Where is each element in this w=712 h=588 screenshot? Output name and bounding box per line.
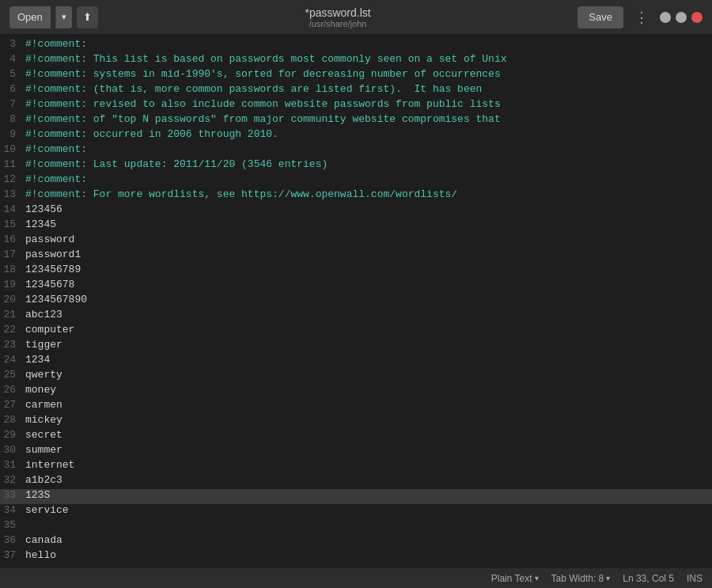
table-row: 14123456 [0, 203, 712, 218]
line-content: carmen [25, 399, 706, 414]
table-row: 27carmen [0, 399, 712, 414]
window-controls [660, 12, 703, 23]
line-number: 13 [0, 188, 25, 203]
line-number: 36 [0, 534, 25, 549]
table-row: 35 [0, 519, 712, 534]
line-content: internet [25, 459, 706, 474]
line-content [25, 519, 706, 534]
line-number: 8 [0, 113, 25, 128]
line-content: #!comment: occurred in 2006 through 2010… [25, 128, 706, 143]
line-number: 20 [0, 294, 25, 309]
table-row: 29secret [0, 429, 712, 444]
table-row: 1512345 [0, 218, 712, 233]
line-content: a1b2c3 [25, 474, 706, 489]
line-number: 6 [0, 83, 25, 98]
editor-content[interactable]: 1#!comment: This list has been compiled … [0, 35, 712, 567]
line-number: 10 [0, 143, 25, 158]
line-number: 19 [0, 279, 25, 294]
line-content: service [25, 504, 706, 519]
line-content: 1234 [25, 354, 706, 369]
table-row: 201234567890 [0, 294, 712, 309]
file-path: /usr/share/john [98, 19, 578, 28]
line-number: 23 [0, 339, 25, 354]
maximize-button[interactable] [676, 12, 687, 23]
table-row: 21abc123 [0, 309, 712, 324]
table-row: 8#!comment: of "top N passwords" from ma… [0, 113, 712, 128]
line-number: 34 [0, 504, 25, 519]
line-number: 3 [0, 38, 25, 53]
line-number: 22 [0, 324, 25, 339]
table-row: 31internet [0, 459, 712, 474]
line-number: 33 [0, 489, 25, 504]
line-number: 21 [0, 309, 25, 324]
table-row: 34service [0, 504, 712, 519]
minimize-button[interactable] [660, 12, 671, 23]
line-number: 14 [0, 203, 25, 218]
open-dropdown-button[interactable]: ▾ [55, 6, 72, 28]
line-content: #!comment: (that is, more common passwor… [25, 83, 706, 98]
line-content: #!comment: [25, 38, 706, 53]
plain-text-selector[interactable]: Plain Text ▾ [491, 573, 539, 584]
menu-button[interactable]: ⋮ [630, 9, 653, 26]
line-content: #!comment: This list is based on passwor… [25, 53, 706, 68]
line-content: 123456 [25, 203, 706, 218]
line-number: 5 [0, 68, 25, 83]
table-row: 5#!comment: systems in mid-1990's, sorte… [0, 68, 712, 83]
line-number: 29 [0, 429, 25, 444]
tab-width-chevron: ▾ [606, 574, 610, 582]
tab-width-label: Tab Width: 8 [551, 573, 604, 584]
line-content: summer [25, 444, 706, 459]
line-number: 7 [0, 98, 25, 113]
line-content: #!comment: For more wordlists, see https… [25, 188, 706, 203]
line-content: #!comment: [25, 143, 706, 158]
line-number: 11 [0, 158, 25, 173]
line-content: #!comment: systems in mid-1990's, sorted… [25, 68, 706, 83]
line-content: #!comment: Last update: 2011/11/20 (3546… [25, 158, 706, 173]
editor-container: 1#!comment: This list has been compiled … [0, 35, 712, 567]
table-row: 241234 [0, 354, 712, 369]
save-button[interactable]: Save [578, 6, 623, 28]
line-content: 12345 [25, 218, 706, 233]
line-number: 26 [0, 384, 25, 399]
line-content: hello [25, 549, 706, 564]
plain-text-chevron: ▾ [535, 574, 539, 582]
titlebar-right: Save ⋮ [578, 6, 703, 28]
line-number: 25 [0, 369, 25, 384]
table-row: 33123S [0, 489, 712, 504]
file-title: *password.lst [98, 6, 578, 19]
table-row: 26money [0, 384, 712, 399]
table-row: 30summer [0, 444, 712, 459]
line-content: 1234567890 [25, 294, 706, 309]
line-content: abc123 [25, 309, 706, 324]
line-content: 123S [25, 489, 706, 504]
table-row: 28mickey [0, 414, 712, 429]
table-row: 17password1 [0, 248, 712, 264]
line-number: 28 [0, 414, 25, 429]
line-number: 30 [0, 444, 25, 459]
titlebar-left: Open ▾ ⬆ [9, 6, 98, 28]
line-content: canada [25, 534, 706, 549]
open-button[interactable]: Open [9, 6, 51, 28]
table-row: 25qwerty [0, 369, 712, 384]
line-number: 24 [0, 354, 25, 369]
line-content: money [25, 384, 706, 399]
table-row: 13#!comment: For more wordlists, see htt… [0, 188, 712, 203]
line-number: 16 [0, 233, 25, 248]
table-row: 6#!comment: (that is, more common passwo… [0, 83, 712, 98]
table-row: 18123456789 [0, 264, 712, 279]
line-content: tigger [25, 339, 706, 354]
plain-text-label: Plain Text [491, 573, 532, 584]
upload-button[interactable]: ⬆ [77, 6, 98, 28]
close-button[interactable] [691, 12, 703, 23]
line-number: 15 [0, 218, 25, 233]
line-content: password1 [25, 248, 706, 264]
tab-width-selector[interactable]: Tab Width: 8 ▾ [551, 573, 611, 584]
statusbar: Plain Text ▾ Tab Width: 8 ▾ Ln 33, Col 5… [0, 567, 712, 588]
table-row: 1912345678 [0, 279, 712, 294]
insert-mode: INS [687, 573, 703, 584]
line-content: #!comment: of "top N passwords" from maj… [25, 113, 706, 128]
table-row: 36canada [0, 534, 712, 549]
table-row: 32a1b2c3 [0, 474, 712, 489]
titlebar-center: *password.lst /usr/share/john [98, 6, 578, 28]
cursor-pos-label: Ln 33, Col 5 [623, 573, 674, 584]
